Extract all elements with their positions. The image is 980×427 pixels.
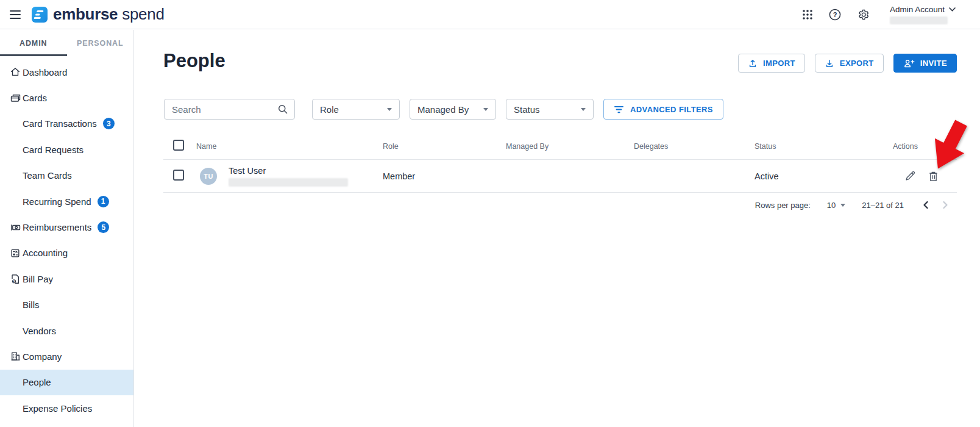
filter-lines-icon — [614, 105, 624, 114]
pagination-range: 21–21 of 21 — [862, 201, 904, 210]
status-filter-select[interactable]: Status — [506, 99, 594, 120]
table-row[interactable]: TU Test User Member Active — [163, 160, 957, 193]
help-icon[interactable]: ? — [829, 9, 841, 21]
sidebar-item-accounting[interactable]: Accounting — [0, 240, 133, 266]
sidebar-item-cards[interactable]: Cards — [0, 85, 133, 110]
advanced-filters-button[interactable]: ADVANCED FILTERS — [603, 99, 723, 120]
sidebar: ADMIN PERSONAL Dashboard Cards Card Tran… — [0, 30, 134, 427]
page-title: People — [163, 50, 225, 72]
sidebar-item-company[interactable]: Company — [0, 343, 133, 369]
filter-bar: Role Managed By Status ADVANCED FILTERS — [164, 99, 723, 120]
hamburger-menu-icon[interactable] — [10, 10, 21, 19]
sidebar-item-card-transactions[interactable]: Card Transactions 3 — [0, 111, 133, 137]
sidebar-tabs: ADMIN PERSONAL — [0, 30, 133, 56]
sidebar-item-expense-policies[interactable]: Expense Policies — [0, 395, 133, 421]
caret-down-icon — [581, 108, 586, 111]
rows-per-page-select[interactable]: 10 — [827, 201, 845, 210]
account-redacted-value — [890, 16, 948, 24]
emburse-logo-icon — [32, 7, 48, 23]
tab-personal[interactable]: PERSONAL — [67, 30, 134, 56]
sidebar-item-bill-pay[interactable]: $ Bill Pay — [0, 266, 133, 292]
search-box — [164, 99, 295, 120]
caret-down-icon — [840, 204, 845, 207]
next-page-icon[interactable] — [940, 199, 951, 211]
sidebar-item-card-requests[interactable]: Card Requests — [0, 137, 133, 162]
sidebar-item-dashboard[interactable]: Dashboard — [0, 59, 133, 85]
cards-icon — [10, 93, 23, 104]
caret-down-icon — [387, 108, 392, 111]
svg-text:?: ? — [833, 11, 837, 18]
avatar: TU — [200, 168, 217, 185]
main-content: People IMPORT EXPORT INVITE Role — [135, 30, 980, 427]
edit-pencil-icon[interactable] — [904, 171, 915, 182]
bill-icon: $ — [10, 273, 23, 285]
recurring-spend-badge: 1 — [98, 196, 109, 207]
reimbursements-badge: 5 — [98, 221, 109, 233]
cash-icon — [10, 222, 23, 233]
search-input[interactable] — [164, 99, 295, 120]
user-status: Active — [755, 171, 882, 181]
table-header-row: Name Role Managed By Delegates Status Ac… — [163, 133, 957, 160]
emburse-logo[interactable]: emburse spend — [32, 5, 165, 24]
building-icon — [10, 351, 23, 362]
upload-icon — [748, 59, 758, 68]
sidebar-item-people[interactable]: People — [0, 370, 133, 395]
sidebar-item-recurring-spend[interactable]: Recurring Spend 1 — [0, 188, 133, 214]
topbar: emburse spend ? Admin Account — [0, 0, 980, 29]
user-name: Test User — [229, 166, 348, 176]
chevron-down-icon — [949, 7, 956, 12]
download-icon — [825, 59, 834, 68]
sidebar-item-bills[interactable]: Bills — [0, 292, 133, 318]
role-filter-select[interactable]: Role — [312, 99, 400, 120]
home-icon — [10, 66, 23, 77]
rows-per-page-label: Rows per page: — [755, 201, 811, 210]
delete-trash-icon[interactable] — [928, 171, 939, 182]
prev-page-icon[interactable] — [920, 199, 931, 211]
pagination: Rows per page: 10 21–21 of 21 — [163, 193, 957, 217]
sidebar-item-vendors[interactable]: Vendors — [0, 318, 133, 343]
export-button[interactable]: EXPORT — [815, 54, 884, 73]
card-transactions-badge: 3 — [103, 118, 115, 129]
people-table: Name Role Managed By Delegates Status Ac… — [163, 133, 957, 217]
sidebar-item-team-cards[interactable]: Team Cards — [0, 163, 133, 188]
invite-button[interactable]: INVITE — [893, 54, 957, 73]
apps-grid-icon[interactable] — [802, 9, 813, 20]
caret-down-icon — [483, 108, 488, 111]
person-add-icon — [903, 59, 915, 68]
sidebar-item-reimbursements[interactable]: Reimbursements 5 — [0, 214, 133, 240]
logo-text: emburse spend — [53, 5, 165, 24]
tab-admin[interactable]: ADMIN — [0, 30, 67, 56]
calculator-icon — [10, 248, 23, 259]
account-menu[interactable]: Admin Account — [890, 5, 956, 24]
managed-by-filter-select[interactable]: Managed By — [410, 99, 496, 120]
import-button[interactable]: IMPORT — [738, 54, 805, 73]
row-checkbox[interactable] — [173, 170, 184, 181]
select-all-checkbox[interactable] — [173, 140, 184, 151]
page-actions: IMPORT EXPORT INVITE — [738, 54, 957, 73]
sidebar-nav: Dashboard Cards Card Transactions 3 Card… — [0, 59, 133, 421]
user-role: Member — [383, 171, 506, 181]
account-label: Admin Account — [890, 5, 945, 14]
search-icon — [277, 104, 288, 115]
settings-gear-icon[interactable] — [857, 9, 869, 21]
email-redacted — [229, 178, 348, 187]
